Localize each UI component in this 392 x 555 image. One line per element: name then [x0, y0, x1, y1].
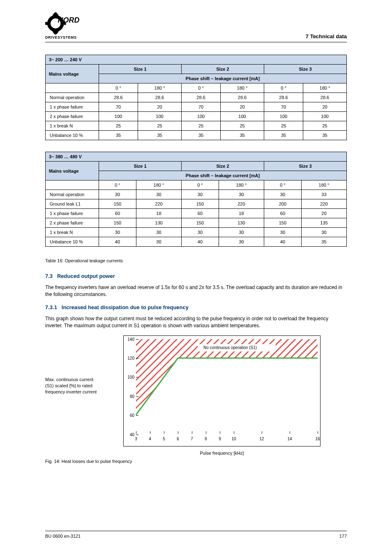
x-tick-label: 5	[163, 437, 165, 441]
x-tick-label: 3	[135, 437, 137, 441]
cell: 28.6	[303, 93, 347, 102]
x-tick-label: 12	[259, 437, 264, 441]
y-tick-label: 80	[125, 394, 134, 398]
cell: 28.6	[99, 93, 138, 102]
y-tick-label: 100	[125, 375, 134, 379]
cell: 28.6	[181, 93, 220, 102]
cell: 20	[303, 102, 347, 112]
cell: 30	[181, 228, 219, 237]
page-footer: BU 0600 en-3121 177	[45, 531, 347, 539]
row-label: 2 x phase failure	[46, 112, 99, 121]
table-row: 2 x phase failure100100100100100100	[46, 112, 347, 121]
cell: 35	[138, 131, 182, 140]
chart-container: Max. continuous current (S1) scaled [%] …	[45, 335, 347, 446]
cell: 25	[221, 121, 264, 131]
brand-tagline: DRIVESYSTEMS	[45, 35, 82, 39]
table-caption: Table 16: Operational leakage currents	[45, 258, 347, 263]
cell: 220	[301, 199, 346, 209]
chart-xlabel: Pulse frequency [kHz]	[123, 451, 321, 456]
cell: 28.6	[221, 93, 264, 102]
cell: 30	[219, 228, 264, 237]
cell: 35	[99, 131, 138, 140]
cell: 100	[264, 112, 303, 121]
cell: 25	[303, 121, 347, 131]
para-7-3: The frequency inverters have an overload…	[45, 284, 347, 298]
cell: 35	[221, 131, 264, 140]
chart-ylabel: Max. continuous current (S1) scaled [%] …	[45, 335, 123, 395]
cell: 200	[264, 199, 301, 209]
y-tick-label: 120	[125, 356, 134, 360]
x-tick-label: 8	[205, 437, 207, 441]
cell: 100	[99, 112, 138, 121]
chart-caption: Fig. 14: Heat losses due to pulse freque…	[45, 459, 347, 464]
th-size1: Size 1	[99, 65, 182, 74]
table1-group-header: Mains voltage	[46, 65, 99, 83]
cell: 40	[181, 237, 219, 247]
cell: 150	[264, 218, 301, 228]
cell: 60	[99, 209, 136, 218]
row-label: 2 x phase failure	[46, 218, 99, 228]
row-label: 1 x break N	[46, 228, 99, 237]
row-label: Unbalance 10 %	[46, 131, 99, 140]
th-size2: Size 2	[181, 65, 264, 74]
table2-title: 3~ 380 … 480 V	[46, 152, 347, 162]
cell: 100	[138, 112, 182, 121]
cell: 20	[138, 102, 182, 112]
row-label: Ground leak L1	[46, 199, 99, 209]
cell: 25	[99, 121, 138, 131]
svg-text:NORD: NORD	[58, 16, 80, 24]
x-tick-label: 4	[149, 437, 151, 441]
cell: 30	[301, 228, 346, 237]
heading-7-3-1: 7.3.1 Increased heat dissipation due to …	[45, 304, 347, 310]
heading-7-3: 7.3 Reduced output power	[45, 273, 347, 279]
th-size3: Size 3	[264, 65, 346, 74]
table2-group-header: Mains voltage	[46, 162, 99, 180]
cell: 100	[303, 112, 347, 121]
cell: 30	[219, 237, 264, 247]
table-row: Normal operation303030303033	[46, 190, 347, 199]
cell: 35	[303, 131, 347, 140]
cell: 30	[136, 237, 181, 247]
cell: 150	[99, 218, 136, 228]
row-label: Normal operation	[46, 190, 99, 199]
cell: 25	[264, 121, 303, 131]
cell: 33	[301, 190, 346, 199]
cell: 18	[136, 209, 181, 218]
cell: 18	[219, 209, 264, 218]
x-tick-label: 16	[315, 437, 320, 441]
cell: 40	[99, 237, 136, 247]
cell: 30	[264, 228, 301, 237]
row-label: 1 x break N	[46, 121, 99, 131]
cell: 28.6	[264, 93, 303, 102]
y-tick-label: 60	[125, 413, 134, 418]
cell: 100	[181, 112, 220, 121]
table-row: 1 x break N303030303030	[46, 228, 347, 237]
cell: 35	[181, 131, 220, 140]
cell: 150	[181, 199, 219, 209]
row-label: Unbalance 10 %	[46, 237, 99, 247]
table-row: 1 x break N252525252525	[46, 121, 347, 131]
table-row: Normal operation28.628.628.628.628.628.6	[46, 93, 347, 102]
cell: 30	[136, 190, 181, 199]
cell: 30	[219, 190, 264, 199]
row-label: 1 x phase failure	[46, 102, 99, 112]
cell: 150	[99, 199, 136, 209]
para-7-3-1: This graph shows how the output current …	[45, 315, 347, 330]
row-label: Normal operation	[46, 93, 99, 102]
table-row: Unbalance 10 %403040304035	[46, 237, 347, 247]
cell: 130	[136, 218, 181, 228]
svg-rect-3	[45, 22, 50, 25]
cell: 150	[181, 218, 219, 228]
cell: 135	[301, 218, 346, 228]
cell: 20	[221, 102, 264, 112]
table-row: Unbalance 10 %353535353535	[46, 131, 347, 140]
y-tick-label: 140	[125, 337, 134, 341]
cell: 220	[219, 199, 264, 209]
cell: 70	[181, 102, 220, 112]
cell: 60	[264, 209, 301, 218]
cell: 30	[264, 190, 301, 199]
table-200-240v: 3~ 200 … 240 V Mains voltage Size 1 Size…	[45, 55, 347, 140]
x-tick-label: 7	[191, 437, 193, 441]
chart: No continuous operation (S1) 40608010012…	[123, 335, 321, 446]
brand-logo: NORD DRIVESYSTEMS	[45, 12, 82, 39]
